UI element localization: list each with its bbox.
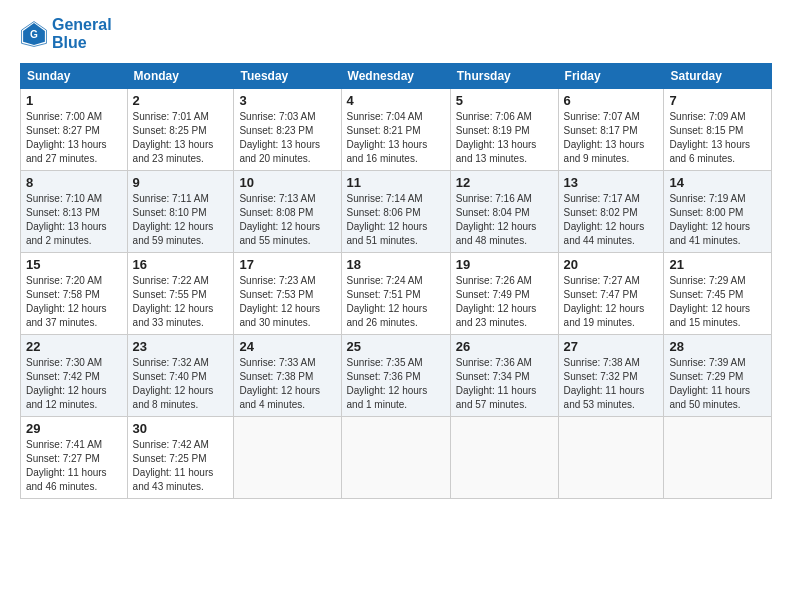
day-number: 12: [456, 175, 553, 190]
header: G General Blue: [20, 16, 772, 51]
calendar-cell: 28Sunrise: 7:39 AM Sunset: 7:29 PM Dayli…: [664, 335, 772, 417]
calendar-cell: 4Sunrise: 7:04 AM Sunset: 8:21 PM Daylig…: [341, 89, 450, 171]
day-number: 10: [239, 175, 335, 190]
calendar-cell: 26Sunrise: 7:36 AM Sunset: 7:34 PM Dayli…: [450, 335, 558, 417]
day-info: Sunrise: 7:01 AM Sunset: 8:25 PM Dayligh…: [133, 110, 229, 166]
day-info: Sunrise: 7:24 AM Sunset: 7:51 PM Dayligh…: [347, 274, 445, 330]
calendar-week-5: 29Sunrise: 7:41 AM Sunset: 7:27 PM Dayli…: [21, 417, 772, 499]
calendar-cell: 1Sunrise: 7:00 AM Sunset: 8:27 PM Daylig…: [21, 89, 128, 171]
calendar-cell: [341, 417, 450, 499]
calendar-week-4: 22Sunrise: 7:30 AM Sunset: 7:42 PM Dayli…: [21, 335, 772, 417]
calendar-cell: 15Sunrise: 7:20 AM Sunset: 7:58 PM Dayli…: [21, 253, 128, 335]
logo-icon: G: [20, 20, 48, 48]
day-number: 5: [456, 93, 553, 108]
day-number: 7: [669, 93, 766, 108]
day-info: Sunrise: 7:13 AM Sunset: 8:08 PM Dayligh…: [239, 192, 335, 248]
day-info: Sunrise: 7:38 AM Sunset: 7:32 PM Dayligh…: [564, 356, 659, 412]
day-info: Sunrise: 7:04 AM Sunset: 8:21 PM Dayligh…: [347, 110, 445, 166]
calendar-cell: 29Sunrise: 7:41 AM Sunset: 7:27 PM Dayli…: [21, 417, 128, 499]
calendar-cell: [234, 417, 341, 499]
day-number: 15: [26, 257, 122, 272]
calendar-week-2: 8Sunrise: 7:10 AM Sunset: 8:13 PM Daylig…: [21, 171, 772, 253]
calendar-cell: [558, 417, 664, 499]
calendar-cell: 7Sunrise: 7:09 AM Sunset: 8:15 PM Daylig…: [664, 89, 772, 171]
calendar-cell: [450, 417, 558, 499]
calendar-cell: 20Sunrise: 7:27 AM Sunset: 7:47 PM Dayli…: [558, 253, 664, 335]
day-number: 29: [26, 421, 122, 436]
calendar-week-1: 1Sunrise: 7:00 AM Sunset: 8:27 PM Daylig…: [21, 89, 772, 171]
weekday-header-sunday: Sunday: [21, 64, 128, 89]
day-number: 30: [133, 421, 229, 436]
day-number: 8: [26, 175, 122, 190]
day-info: Sunrise: 7:36 AM Sunset: 7:34 PM Dayligh…: [456, 356, 553, 412]
day-number: 13: [564, 175, 659, 190]
day-number: 22: [26, 339, 122, 354]
logo: G General Blue: [20, 16, 112, 51]
calendar-cell: 24Sunrise: 7:33 AM Sunset: 7:38 PM Dayli…: [234, 335, 341, 417]
weekday-header-tuesday: Tuesday: [234, 64, 341, 89]
calendar-cell: 14Sunrise: 7:19 AM Sunset: 8:00 PM Dayli…: [664, 171, 772, 253]
day-number: 26: [456, 339, 553, 354]
day-info: Sunrise: 7:23 AM Sunset: 7:53 PM Dayligh…: [239, 274, 335, 330]
weekday-header-friday: Friday: [558, 64, 664, 89]
day-number: 9: [133, 175, 229, 190]
day-number: 17: [239, 257, 335, 272]
day-info: Sunrise: 7:29 AM Sunset: 7:45 PM Dayligh…: [669, 274, 766, 330]
day-number: 19: [456, 257, 553, 272]
day-info: Sunrise: 7:35 AM Sunset: 7:36 PM Dayligh…: [347, 356, 445, 412]
calendar-cell: 22Sunrise: 7:30 AM Sunset: 7:42 PM Dayli…: [21, 335, 128, 417]
day-info: Sunrise: 7:33 AM Sunset: 7:38 PM Dayligh…: [239, 356, 335, 412]
calendar-cell: 18Sunrise: 7:24 AM Sunset: 7:51 PM Dayli…: [341, 253, 450, 335]
day-info: Sunrise: 7:09 AM Sunset: 8:15 PM Dayligh…: [669, 110, 766, 166]
calendar-header-row: SundayMondayTuesdayWednesdayThursdayFrid…: [21, 64, 772, 89]
day-number: 2: [133, 93, 229, 108]
day-number: 3: [239, 93, 335, 108]
day-number: 24: [239, 339, 335, 354]
day-info: Sunrise: 7:22 AM Sunset: 7:55 PM Dayligh…: [133, 274, 229, 330]
day-info: Sunrise: 7:16 AM Sunset: 8:04 PM Dayligh…: [456, 192, 553, 248]
day-info: Sunrise: 7:19 AM Sunset: 8:00 PM Dayligh…: [669, 192, 766, 248]
svg-text:G: G: [30, 28, 38, 39]
logo-text: General Blue: [52, 16, 112, 51]
weekday-header-saturday: Saturday: [664, 64, 772, 89]
calendar-cell: 3Sunrise: 7:03 AM Sunset: 8:23 PM Daylig…: [234, 89, 341, 171]
calendar-cell: 25Sunrise: 7:35 AM Sunset: 7:36 PM Dayli…: [341, 335, 450, 417]
day-info: Sunrise: 7:41 AM Sunset: 7:27 PM Dayligh…: [26, 438, 122, 494]
day-number: 18: [347, 257, 445, 272]
weekday-header-monday: Monday: [127, 64, 234, 89]
calendar-cell: 5Sunrise: 7:06 AM Sunset: 8:19 PM Daylig…: [450, 89, 558, 171]
day-info: Sunrise: 7:06 AM Sunset: 8:19 PM Dayligh…: [456, 110, 553, 166]
day-info: Sunrise: 7:32 AM Sunset: 7:40 PM Dayligh…: [133, 356, 229, 412]
calendar-cell: 27Sunrise: 7:38 AM Sunset: 7:32 PM Dayli…: [558, 335, 664, 417]
calendar-cell: 21Sunrise: 7:29 AM Sunset: 7:45 PM Dayli…: [664, 253, 772, 335]
calendar-cell: 12Sunrise: 7:16 AM Sunset: 8:04 PM Dayli…: [450, 171, 558, 253]
day-info: Sunrise: 7:42 AM Sunset: 7:25 PM Dayligh…: [133, 438, 229, 494]
calendar-cell: 13Sunrise: 7:17 AM Sunset: 8:02 PM Dayli…: [558, 171, 664, 253]
day-number: 11: [347, 175, 445, 190]
day-info: Sunrise: 7:10 AM Sunset: 8:13 PM Dayligh…: [26, 192, 122, 248]
calendar-cell: 10Sunrise: 7:13 AM Sunset: 8:08 PM Dayli…: [234, 171, 341, 253]
calendar-week-3: 15Sunrise: 7:20 AM Sunset: 7:58 PM Dayli…: [21, 253, 772, 335]
calendar: SundayMondayTuesdayWednesdayThursdayFrid…: [20, 63, 772, 499]
day-info: Sunrise: 7:00 AM Sunset: 8:27 PM Dayligh…: [26, 110, 122, 166]
day-number: 6: [564, 93, 659, 108]
day-number: 27: [564, 339, 659, 354]
day-number: 25: [347, 339, 445, 354]
day-info: Sunrise: 7:39 AM Sunset: 7:29 PM Dayligh…: [669, 356, 766, 412]
calendar-cell: 9Sunrise: 7:11 AM Sunset: 8:10 PM Daylig…: [127, 171, 234, 253]
calendar-cell: 30Sunrise: 7:42 AM Sunset: 7:25 PM Dayli…: [127, 417, 234, 499]
calendar-cell: 2Sunrise: 7:01 AM Sunset: 8:25 PM Daylig…: [127, 89, 234, 171]
day-info: Sunrise: 7:17 AM Sunset: 8:02 PM Dayligh…: [564, 192, 659, 248]
day-info: Sunrise: 7:03 AM Sunset: 8:23 PM Dayligh…: [239, 110, 335, 166]
calendar-cell: 16Sunrise: 7:22 AM Sunset: 7:55 PM Dayli…: [127, 253, 234, 335]
calendar-cell: 6Sunrise: 7:07 AM Sunset: 8:17 PM Daylig…: [558, 89, 664, 171]
calendar-cell: [664, 417, 772, 499]
weekday-header-thursday: Thursday: [450, 64, 558, 89]
page: G General Blue SundayMondayTuesdayWednes…: [0, 0, 792, 515]
calendar-cell: 17Sunrise: 7:23 AM Sunset: 7:53 PM Dayli…: [234, 253, 341, 335]
day-info: Sunrise: 7:14 AM Sunset: 8:06 PM Dayligh…: [347, 192, 445, 248]
day-info: Sunrise: 7:11 AM Sunset: 8:10 PM Dayligh…: [133, 192, 229, 248]
calendar-cell: 19Sunrise: 7:26 AM Sunset: 7:49 PM Dayli…: [450, 253, 558, 335]
day-number: 14: [669, 175, 766, 190]
calendar-cell: 8Sunrise: 7:10 AM Sunset: 8:13 PM Daylig…: [21, 171, 128, 253]
